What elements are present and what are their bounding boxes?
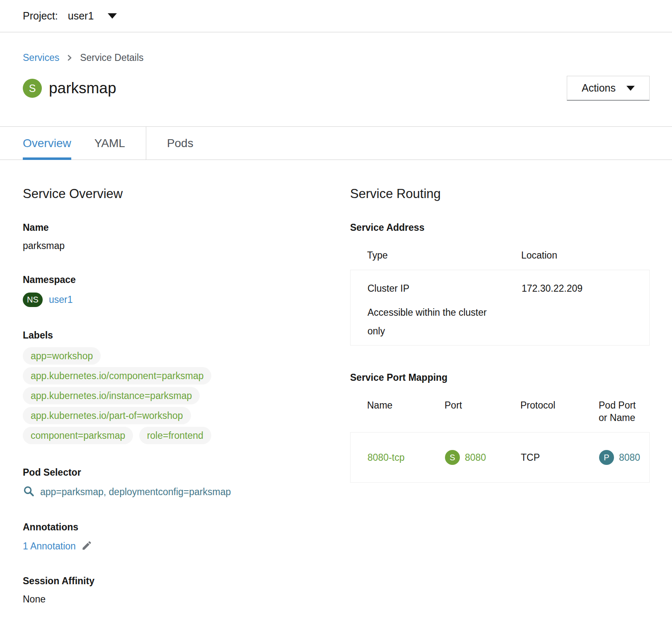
pod-selector-label: Pod Selector <box>23 467 313 478</box>
main-content: Service Overview Name parksmap Namespace… <box>0 186 672 605</box>
breadcrumb-services-link[interactable]: Services <box>23 52 59 63</box>
port-mapping-header-row: Name Port Protocol Pod Port or Name <box>350 399 650 424</box>
label-pill[interactable]: app.kubernetes.io/component=parksmap <box>23 367 211 385</box>
pod-selector-link[interactable]: app=parksmap, deploymentconfig=parksmap <box>23 485 313 499</box>
service-address-table: Cluster IP 172.30.22.209 Accessible with… <box>350 270 650 346</box>
service-address-header-row: Type Location <box>350 249 650 261</box>
tab-yaml[interactable]: YAML <box>94 127 125 160</box>
protocol-value: TCP <box>521 450 599 465</box>
breadcrumb: Services Service Details <box>23 52 650 63</box>
project-label: Project: <box>23 10 58 22</box>
annotations-value-row: 1 Annotation <box>23 540 313 553</box>
tab-separator <box>146 127 146 160</box>
address-note: Accessible within the cluster only <box>367 303 488 341</box>
service-overview-section: Service Overview Name parksmap Namespace… <box>23 186 313 605</box>
page-header: S parksmap Actions <box>23 76 650 101</box>
page-title: parksmap <box>49 80 116 97</box>
service-routing-section: Service Routing Service Address Type Loc… <box>350 186 650 605</box>
search-icon <box>23 485 40 499</box>
label-pill[interactable]: component=parksmap <box>23 427 133 444</box>
pod-port-value: 8080 <box>619 452 640 463</box>
annotations-link[interactable]: 1 Annotation <box>23 541 76 552</box>
tab-pods[interactable]: Pods <box>167 127 193 160</box>
port-name: 8080-tcp <box>367 450 445 465</box>
session-affinity-label: Session Affinity <box>23 576 313 587</box>
service-resource-icon: S <box>23 79 42 98</box>
caret-down-icon <box>626 86 635 91</box>
service-address-heading: Service Address <box>350 222 650 233</box>
project-selector[interactable]: user1 <box>68 10 94 22</box>
col-type: Type <box>367 249 521 261</box>
port-value: 8080 <box>465 452 486 463</box>
service-port-mapping-heading: Service Port Mapping <box>350 372 650 383</box>
namespace-resource-icon: NS <box>23 293 43 307</box>
namespace-value-row: NS user1 <box>23 293 313 307</box>
namespace-link[interactable]: user1 <box>49 294 73 305</box>
labels-label: Labels <box>23 330 313 341</box>
tab-bar: Overview YAML Pods <box>0 126 672 160</box>
session-affinity-value: None <box>23 594 313 605</box>
service-address-row: Cluster IP 172.30.22.209 <box>351 283 649 294</box>
chevron-right-icon <box>66 53 73 63</box>
breadcrumb-current: Service Details <box>80 52 143 63</box>
actions-button-label: Actions <box>582 82 616 94</box>
label-pill[interactable]: app.kubernetes.io/part-of=workshop <box>23 407 191 424</box>
annotations-label: Annotations <box>23 522 313 533</box>
port-mapping-table: 8080-tcp S 8080 TCP P 8080 <box>350 432 650 483</box>
pod-selector-value: app=parksmap, deploymentconfig=parksmap <box>40 486 231 498</box>
caret-down-icon[interactable] <box>108 13 117 19</box>
col-pod-port: Pod Port or Name <box>599 399 650 424</box>
port-cell: S 8080 <box>445 450 521 465</box>
address-location: 172.30.22.209 <box>522 283 649 294</box>
port-mapping-row: 8080-tcp S 8080 TCP P 8080 <box>351 450 649 465</box>
name-label: Name <box>23 222 313 233</box>
col-port: Port <box>445 399 520 424</box>
project-bar: Project: user1 <box>0 0 672 32</box>
namespace-label: Namespace <box>23 274 313 285</box>
pod-port-cell: P 8080 <box>599 450 649 465</box>
labels-list: app=workshop app.kubernetes.io/component… <box>23 347 313 444</box>
service-routing-heading: Service Routing <box>350 186 650 201</box>
service-overview-heading: Service Overview <box>23 186 313 201</box>
label-pill[interactable]: app.kubernetes.io/instance=parksmap <box>23 387 200 404</box>
col-name: Name <box>367 399 445 424</box>
pencil-icon[interactable] <box>76 540 92 553</box>
name-value: parksmap <box>23 240 313 252</box>
address-type: Cluster IP <box>367 283 522 294</box>
actions-button[interactable]: Actions <box>567 76 650 101</box>
col-protocol: Protocol <box>520 399 599 424</box>
tab-overview[interactable]: Overview <box>23 127 71 160</box>
col-location: Location <box>521 249 650 261</box>
pod-port-icon: P <box>599 450 614 465</box>
label-pill[interactable]: role=frontend <box>139 427 211 444</box>
service-port-icon: S <box>445 450 460 465</box>
label-pill[interactable]: app=workshop <box>23 347 101 365</box>
